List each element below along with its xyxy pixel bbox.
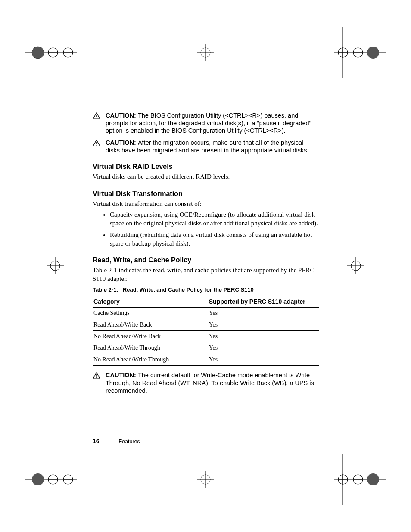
svg-point-51 <box>96 118 97 118</box>
table-cell: Read Ahead/Write Back <box>93 319 208 331</box>
list-item: Rebuilding (rebuilding data on a virtual… <box>110 231 319 248</box>
table-row: No Read Ahead/Write Through Yes <box>93 354 319 366</box>
svg-point-42 <box>351 261 361 271</box>
bullet-list: Capacity expansion, using OCE/Reconfigur… <box>93 211 319 248</box>
printer-registration-mark <box>180 454 231 505</box>
heading-virtual-disk-transformation: Virtual Disk Transformation <box>93 190 319 198</box>
printer-registration-mark <box>25 27 77 78</box>
table-cell: No Read Ahead/Write Through <box>93 354 208 366</box>
svg-point-54 <box>96 145 97 146</box>
svg-point-39 <box>50 261 60 271</box>
list-item: Capacity expansion, using OCE/Reconfigur… <box>110 211 319 227</box>
table-row: Read Ahead/Write Through Yes <box>93 342 319 354</box>
table-cell: Yes <box>208 354 319 366</box>
table-row: No Read Ahead/Write Back Yes <box>93 331 319 342</box>
svg-point-18 <box>367 47 379 59</box>
printer-registration-mark <box>180 27 231 78</box>
footer-divider: | <box>101 438 117 444</box>
svg-point-33 <box>338 475 348 484</box>
caution-block: CAUTION: The BIOS Configuration Utility … <box>93 112 319 135</box>
caution-icon <box>93 372 106 395</box>
table-caption-prefix: Table 2-1. <box>93 286 118 293</box>
svg-point-2 <box>48 48 58 57</box>
table-row: Read Ahead/Write Back Yes <box>93 319 319 331</box>
svg-point-5 <box>63 48 73 57</box>
printer-registration-mark <box>334 27 386 78</box>
page-footer: 16 | Features <box>93 438 140 445</box>
table-cell: Yes <box>208 308 319 319</box>
svg-point-12 <box>353 48 363 57</box>
svg-point-15 <box>338 48 348 57</box>
caution-icon <box>93 112 106 135</box>
caution-block: CAUTION: After the migration occurs, mak… <box>93 139 319 154</box>
svg-point-24 <box>63 475 73 484</box>
caution-label: CAUTION: <box>106 112 138 119</box>
svg-point-48 <box>201 475 210 484</box>
table-cell: Read Ahead/Write Through <box>93 342 208 354</box>
svg-point-30 <box>353 475 363 484</box>
page-number: 16 <box>93 438 100 445</box>
body-text: Virtual disk transformation can consist … <box>93 200 319 208</box>
caution-icon <box>93 139 106 154</box>
table-cell: Yes <box>208 342 319 354</box>
svg-point-57 <box>96 377 97 378</box>
caution-text: CAUTION: The BIOS Configuration Utility … <box>106 112 319 135</box>
caution-text: CAUTION: The current default for Write-C… <box>106 372 319 395</box>
body-text: Table 2-1 indicates the read, write, and… <box>93 266 319 283</box>
heading-read-write-cache-policy: Read, Write, and Cache Policy <box>93 256 319 264</box>
body-text: Virtual disks can be created at differen… <box>93 173 319 181</box>
svg-point-27 <box>32 473 44 485</box>
printer-registration-mark <box>25 240 77 292</box>
table-row: Cache Settings Yes <box>93 308 319 319</box>
svg-point-45 <box>201 48 210 57</box>
printer-registration-mark <box>25 454 77 505</box>
printer-registration-mark <box>334 240 386 292</box>
heading-virtual-disk-raid-levels: Virtual Disk RAID Levels <box>93 163 319 171</box>
caution-label: CAUTION: <box>106 372 138 379</box>
svg-point-36 <box>367 473 379 485</box>
printer-registration-mark <box>334 454 386 505</box>
table-cell: Yes <box>208 331 319 342</box>
caution-label: CAUTION: <box>106 139 138 146</box>
table-header-supported: Supported by PERC S110 adapter <box>208 296 319 308</box>
footer-section-name: Features <box>118 439 140 445</box>
svg-point-9 <box>32 47 44 59</box>
svg-point-8 <box>32 47 44 59</box>
table-header-category: Category <box>93 296 208 308</box>
table-cell: Yes <box>208 319 319 331</box>
svg-point-21 <box>48 475 58 484</box>
caution-text: CAUTION: After the migration occurs, mak… <box>106 139 319 154</box>
caution-block: CAUTION: The current default for Write-C… <box>93 372 319 395</box>
table-cell: Cache Settings <box>93 308 208 319</box>
table-caption-title: Read, Write, and Cache Policy for the PE… <box>123 286 254 293</box>
table-caption: Table 2-1. Read, Write, and Cache Policy… <box>93 286 319 293</box>
policy-table: Category Supported by PERC S110 adapter … <box>93 296 319 366</box>
page-content: CAUTION: The BIOS Configuration Utility … <box>93 112 319 399</box>
table-cell: No Read Ahead/Write Back <box>93 331 208 342</box>
